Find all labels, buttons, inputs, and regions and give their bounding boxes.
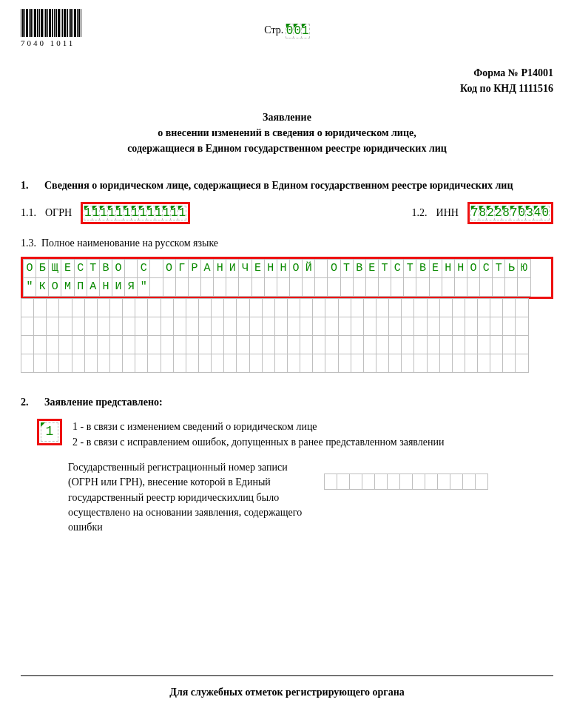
ogrn-num: 1.1. xyxy=(21,207,36,219)
barcode-number: 7040 1011 xyxy=(21,38,81,47)
section-1: 1. Сведения о юридическом лице, содержащ… xyxy=(21,180,553,373)
section-2-number: 2. xyxy=(21,397,37,408)
ogrn-highlight: 1111111111111 xyxy=(81,202,190,224)
name-row-3 xyxy=(21,298,553,317)
page-number-row: Стр. 001 xyxy=(21,24,553,38)
inn-highlight: 7822870340 xyxy=(467,202,553,224)
name-row-2: "КОМПАНИЯ" xyxy=(23,277,551,297)
reason-options: 1 - в связи с изменением сведений о юрид… xyxy=(72,419,444,450)
form-number: Форма № Р14001 xyxy=(21,65,553,81)
ogrn-label: ОГРН xyxy=(45,207,72,219)
name-row-5 xyxy=(21,335,553,354)
barcode: 7040 1011 xyxy=(21,9,81,47)
name-num: 1.3. xyxy=(21,237,36,249)
ogrn-value: 1111111111111 xyxy=(84,206,186,220)
name-row-6 xyxy=(21,354,553,373)
inn-label: ИНН xyxy=(436,207,459,219)
section-2-heading: Заявление представлено: xyxy=(44,397,163,408)
name-row-4 xyxy=(21,317,553,336)
section-1-heading: Сведения о юридическом лице, содержащиес… xyxy=(44,180,513,192)
footer-note: Для служебных отметок регистрирующего ор… xyxy=(21,675,553,698)
page-number-cells: 001 xyxy=(286,24,310,38)
name-row-1: ОБЩЕСТВО С ОГРАНИЧЕННОЙ ОТВЕТСТВЕННОСТЬЮ xyxy=(23,259,551,278)
inn-num: 1.2. xyxy=(412,207,428,219)
reason-highlight: 1 xyxy=(37,419,62,445)
grn-value xyxy=(324,473,488,490)
page-label: Стр. xyxy=(264,24,283,36)
name-label: Полное наименование на русском языке xyxy=(41,237,218,249)
inn-value: 7822870340 xyxy=(471,206,550,220)
section-2: 2. Заявление представлено: 1 1 - в связи… xyxy=(21,397,553,535)
knd-code: Код по КНД 1111516 xyxy=(21,81,553,96)
company-name-grid: ОБЩЕСТВО С ОГРАНИЧЕННОЙ ОТВЕТСТВЕННОСТЬЮ… xyxy=(21,257,553,373)
section-1-number: 1. xyxy=(21,180,37,192)
grn-description: Государственный регистрационный номер за… xyxy=(68,460,312,535)
document-title: Заявление о внесении изменений в сведени… xyxy=(21,109,553,156)
form-codes: Форма № Р14001 Код по КНД 1111516 xyxy=(21,65,553,96)
